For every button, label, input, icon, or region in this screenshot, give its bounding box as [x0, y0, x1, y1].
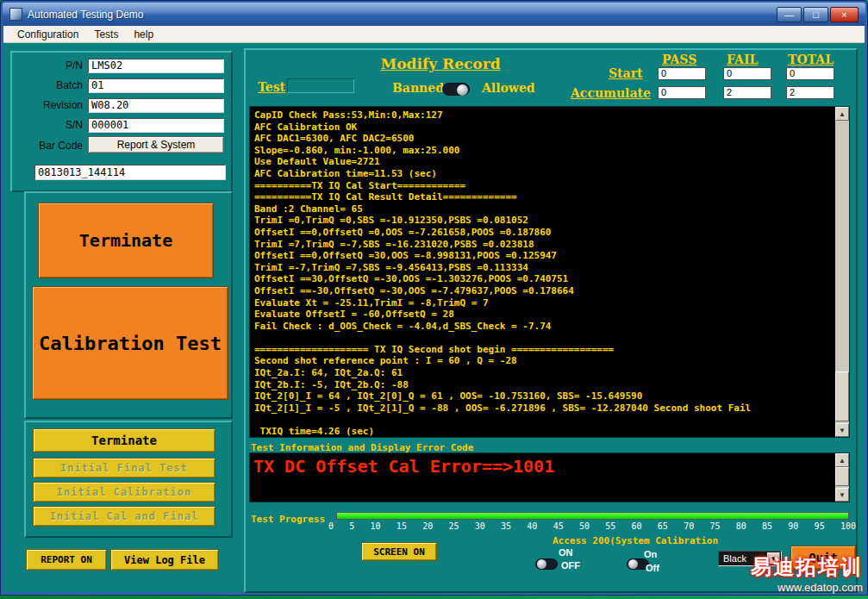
quit-button[interactable]: Quit — [790, 546, 856, 570]
tick-label: 100 — [840, 521, 856, 531]
minimize-icon: — — [784, 10, 794, 20]
app-icon — [9, 8, 22, 21]
menu-tests[interactable]: Tests — [87, 27, 125, 42]
error-scrollbar[interactable]: ▲ ▼ — [835, 453, 849, 502]
log-line: TrimI =7,TrimQ =-7,SBS =-16.231020,PSBS … — [254, 239, 835, 251]
allowed-label: Allowed — [482, 81, 535, 95]
client-area: P/N Batch Revision S/N Bar Code Report &… — [3, 43, 865, 592]
calibration-test-button[interactable]: Calibration Test — [32, 286, 228, 400]
log-line: AFC Calibration time=11.53 (sec) — [254, 168, 835, 180]
initial-calibration-button[interactable]: Initial Calibration — [33, 482, 215, 502]
maximize-icon: □ — [813, 10, 819, 20]
log-line: TrimI =0,TrimQ =0,SBS =-10.912350,PSBS =… — [254, 215, 835, 227]
log-line: OffsetI ==0,OffsetQ =0,OOS =-7.261658,PO… — [254, 227, 835, 239]
scroll-down-icon: ▼ — [839, 491, 846, 499]
toggle-knob — [457, 84, 468, 96]
terminate-secondary-button[interactable]: Terminate — [33, 428, 215, 452]
tick-label: 80 — [736, 521, 746, 531]
fail-column-header: FAIL — [727, 53, 758, 66]
report-on-button[interactable]: REPORT ON — [26, 549, 107, 571]
log-line — [254, 332, 835, 344]
log-line: Slope=-0.860, min:-1.000, max:25.000 — [254, 145, 835, 157]
banned-allowed-toggle[interactable] — [442, 83, 470, 96]
test-log-text: CapID Check Pass:53,Min:0,Max:127 AFC Ca… — [250, 107, 835, 437]
scroll-down-icon: ▼ — [839, 427, 846, 434]
log-line: AFC DAC1=6300, AFC DAC2=6500 — [254, 133, 835, 145]
scroll-down-button[interactable]: ▼ — [835, 488, 849, 502]
tick-label: 85 — [762, 521, 772, 531]
initial-cal-and-final-button[interactable]: Initial Cal and Final — [33, 506, 215, 527]
error-scroll-thumb[interactable] — [835, 467, 849, 486]
log-line: Use Default Value=2721 — [254, 156, 835, 168]
screen-on-button[interactable]: SCREEN ON — [361, 542, 437, 561]
log-line: IQt_2b.I: -5, IQt_2b.Q: -88 — [254, 379, 835, 391]
scroll-up-button[interactable]: ▲ — [835, 107, 849, 121]
start-row-label: Start — [609, 66, 643, 80]
start-pass-count: 0 — [658, 67, 706, 80]
tick-label: 35 — [501, 521, 511, 531]
start-total-count: 0 — [786, 67, 834, 80]
main-panel: Modify Record Test Banned Allowed PASS F… — [244, 48, 858, 593]
error-display-area: TX DC Offset Cal Error==>1001 ▲ ▼ — [249, 452, 850, 502]
log-line: Evaluate OffsetI = -60,OffsetQ = 28 — [254, 309, 835, 321]
minimize-button[interactable]: — — [777, 7, 802, 22]
test-progress-label: Test Progress — [251, 514, 325, 525]
test-field[interactable] — [287, 78, 354, 93]
chevron-down-icon[interactable]: ▼ — [767, 552, 780, 565]
pn-input[interactable] — [88, 59, 224, 73]
total-column-header: TOTAL — [788, 53, 834, 66]
title-bar[interactable]: Automated Testing Demo — □ × — [3, 3, 865, 26]
revision-input[interactable] — [88, 98, 224, 113]
toggle1-on-label: ON — [559, 547, 573, 558]
sn-input[interactable] — [88, 118, 224, 133]
log-line: OffsetI ==0,OffsetQ =30,OOS =-8.998131,P… — [254, 250, 835, 262]
maximize-button[interactable]: □ — [803, 7, 828, 22]
log-line: TXIQ time=4.26 (sec) — [254, 426, 835, 437]
test-label: Test — [258, 80, 285, 94]
log-scroll-thumb[interactable] — [835, 371, 849, 421]
tick-label: 45 — [553, 521, 564, 531]
sn-label: S/N — [7, 119, 83, 131]
log-scrollbar[interactable]: ▲ ▼ — [835, 107, 849, 437]
progress-bar — [336, 512, 849, 520]
tick-label: 95 — [815, 521, 825, 531]
close-icon: × — [841, 10, 846, 20]
tick-label: 75 — [709, 521, 720, 531]
batch-label: Batch — [7, 79, 83, 91]
accumulate-row-label: Accumulate — [571, 86, 651, 100]
scroll-up-button[interactable]: ▲ — [835, 453, 849, 467]
initial-final-test-button[interactable]: Initial Final Test — [33, 458, 215, 478]
log-line: Evaluate Xt = -25.11,TrimI = -8,TrimQ = … — [254, 297, 835, 309]
log-line: IQt_2a.I: 64, IQt_2a.Q: 61 — [254, 367, 835, 379]
report-system-button[interactable]: Report & System — [88, 136, 224, 153]
access-toggle[interactable] — [535, 558, 558, 570]
barcode-value-input[interactable] — [34, 165, 226, 180]
view-log-file-button[interactable]: View Log File — [110, 549, 219, 571]
menu-help[interactable]: help — [127, 27, 160, 42]
log-line: IQt_2[0]_I = 64 , IQt_2[0]_Q = 61 , OOS=… — [254, 390, 835, 402]
pn-label: P/N — [7, 59, 83, 72]
log-line — [254, 414, 835, 426]
scroll-down-button[interactable]: ▼ — [835, 423, 849, 437]
error-message: TX DC Offset Cal Error==>1001 — [253, 456, 554, 477]
log-line: CapID Check Pass:53,Min:0,Max:127 — [254, 109, 835, 122]
close-button[interactable]: × — [830, 7, 859, 22]
toggle2-on-label: On — [644, 549, 657, 559]
terminate-button[interactable]: Terminate — [38, 203, 214, 278]
batch-input[interactable] — [88, 78, 224, 93]
tick-label: 60 — [632, 521, 642, 531]
scroll-up-icon: ▲ — [839, 457, 846, 465]
menu-configuration[interactable]: Configuration — [10, 27, 85, 42]
tick-label: 20 — [422, 521, 433, 531]
tick-label: 40 — [527, 521, 537, 531]
tick-label: 15 — [397, 521, 407, 531]
color-select[interactable]: Black ▼ — [718, 551, 782, 566]
test-log-area: CapID Check Pass:53,Min:0,Max:127 AFC Ca… — [249, 106, 850, 438]
accumulate-pass-count: 0 — [658, 86, 706, 99]
tick-label: 55 — [605, 521, 615, 531]
banned-label: Banned — [392, 81, 444, 95]
toggle-knob — [537, 559, 546, 569]
log-line: AFC Calibration OK — [254, 122, 835, 134]
toggle-knob — [628, 559, 638, 569]
color-select-value: Black — [723, 553, 746, 564]
